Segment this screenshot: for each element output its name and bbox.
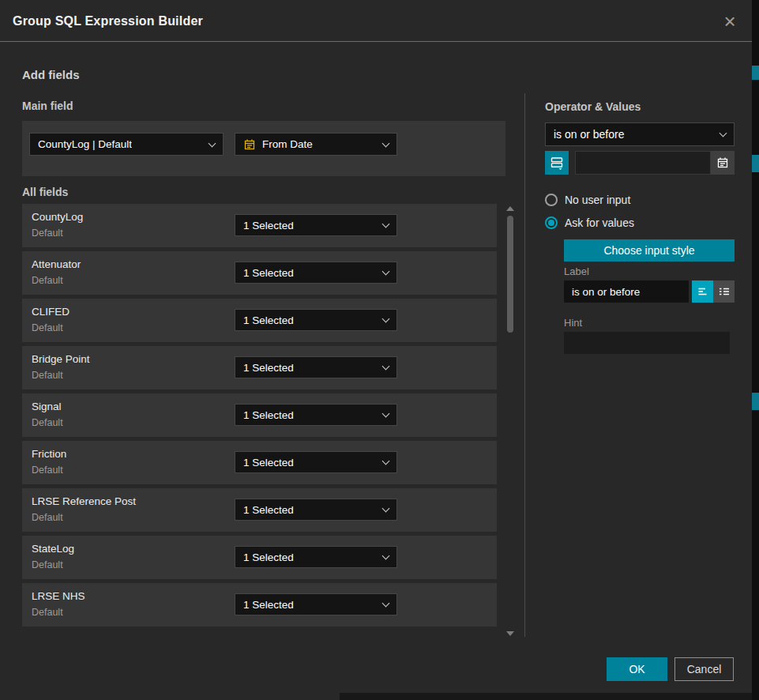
background-accent-fragment (752, 66, 759, 80)
choose-input-style-button[interactable]: Choose input style (564, 239, 735, 262)
field-row: LRSE NHS Default 1 Selected (22, 583, 497, 627)
chevron-down-icon (209, 139, 216, 147)
field-name: CountyLog (32, 211, 83, 223)
field-values-select[interactable]: 1 Selected (235, 451, 397, 473)
multi-value-toggle-button[interactable] (713, 280, 735, 303)
field-name: Attenuator (32, 258, 81, 270)
panel-divider (524, 93, 525, 637)
field-values-select[interactable]: 1 Selected (235, 546, 397, 568)
select-value: 1 Selected (243, 267, 294, 279)
field-row: Attenuator Default 1 Selected (22, 251, 497, 295)
field-type: Default (32, 559, 63, 570)
field-row: CLIFED Default 1 Selected (22, 299, 497, 342)
field-type: Default (32, 275, 63, 286)
screen: Group SQL Expression Builder × Add field… (0, 0, 759, 700)
chevron-down-icon (382, 268, 390, 276)
hint-input[interactable] (564, 332, 730, 354)
radio-ask-for-values[interactable]: Ask for values (545, 216, 634, 229)
chevron-down-icon (382, 410, 390, 418)
select-value: 1 Selected (243, 504, 294, 516)
all-fields-heading: All fields (22, 186, 68, 198)
field-row: CountyLog Default 1 Selected (22, 204, 497, 247)
calendar-icon (243, 138, 256, 151)
group-sql-expression-builder-dialog: Group SQL Expression Builder × Add field… (0, 0, 752, 700)
radio-no-user-input[interactable]: No user input (545, 194, 630, 206)
scrollbar-down-arrow-icon[interactable] (506, 631, 514, 636)
select-value: 1 Selected (243, 220, 294, 231)
field-values-select[interactable]: 1 Selected (235, 593, 397, 615)
field-name: CLIFED (32, 306, 70, 318)
date-picker-button[interactable] (711, 151, 735, 175)
main-field-field-select[interactable]: From Date (235, 133, 397, 156)
value-input-type-button[interactable] (545, 151, 569, 175)
add-fields-heading: Add fields (22, 68, 80, 81)
operator-values-heading: Operator & Values (545, 100, 641, 113)
field-values-select[interactable]: 1 Selected (235, 262, 397, 284)
hint-caption: Hint (564, 317, 582, 329)
main-field-source-select[interactable]: CountyLog | Default (29, 133, 224, 156)
cancel-button[interactable]: Cancel (674, 657, 734, 681)
background-accent-fragment (752, 155, 759, 172)
input-style-icon (550, 156, 564, 170)
scrollbar-thumb[interactable] (507, 216, 513, 333)
background-app-strip (752, 0, 759, 700)
radio-label: No user input (565, 194, 630, 206)
field-type: Default (32, 607, 63, 618)
radio-unselected-icon (545, 194, 558, 206)
radio-selected-icon (545, 216, 558, 229)
radio-label: Ask for values (565, 216, 634, 229)
calendar-icon (716, 156, 729, 169)
date-value-input[interactable] (575, 151, 711, 175)
bulleted-list-icon (718, 285, 731, 298)
field-row: Signal Default 1 Selected (22, 393, 497, 437)
align-left-icon (697, 285, 709, 298)
label-caption: Label (564, 265, 589, 277)
field-values-select[interactable]: 1 Selected (235, 356, 397, 378)
scrollbar-up-arrow-icon[interactable] (506, 206, 514, 211)
field-type: Default (32, 228, 63, 239)
chevron-down-icon (382, 600, 390, 608)
select-value: 1 Selected (243, 314, 294, 326)
field-values-select[interactable]: 1 Selected (235, 499, 397, 521)
field-values-select[interactable]: 1 Selected (235, 309, 397, 331)
chevron-down-icon (382, 363, 390, 371)
ok-button[interactable]: OK (607, 657, 667, 681)
select-value: 1 Selected (243, 599, 294, 611)
select-value: 1 Selected (243, 457, 294, 469)
close-icon: × (723, 11, 735, 32)
dialog-titlebar: Group SQL Expression Builder × (0, 0, 752, 42)
field-values-select[interactable]: 1 Selected (235, 214, 397, 236)
field-name: Bridge Point (32, 353, 90, 365)
label-input[interactable] (564, 280, 689, 303)
field-name: LRSE Reference Post (32, 495, 136, 507)
field-name: LRSE NHS (32, 590, 85, 602)
all-fields-list: CountyLog Default 1 Selected Attenuator … (22, 204, 497, 627)
close-button[interactable]: × (712, 0, 747, 42)
label-style-toggle-group (692, 280, 735, 303)
field-type: Default (32, 465, 63, 476)
field-row: Bridge Point Default 1 Selected (22, 346, 497, 390)
dialog-title: Group SQL Expression Builder (13, 0, 203, 42)
field-name: Friction (32, 448, 66, 460)
field-values-select[interactable]: 1 Selected (235, 404, 397, 426)
select-value: 1 Selected (243, 362, 294, 374)
chevron-down-icon (382, 220, 390, 228)
field-name: Signal (32, 401, 62, 412)
chevron-down-icon (382, 139, 390, 147)
field-type: Default (32, 417, 63, 428)
main-field-heading: Main field (22, 100, 73, 112)
chevron-down-icon (382, 552, 390, 560)
source-select-value: CountyLog | Default (38, 138, 132, 150)
field-row: LRSE Reference Post Default 1 Selected (22, 488, 497, 532)
field-name: StateLog (32, 543, 74, 555)
select-value: 1 Selected (243, 409, 294, 421)
chevron-down-icon (382, 315, 390, 323)
single-value-toggle-button[interactable] (692, 280, 713, 303)
field-row: Friction Default 1 Selected (22, 441, 497, 484)
field-type: Default (32, 322, 63, 333)
chevron-down-icon (382, 457, 390, 465)
chevron-down-icon (382, 505, 390, 513)
background-app-bottom (340, 693, 752, 700)
operator-select[interactable]: is on or before (545, 122, 735, 146)
main-field-band: CountyLog | Default From Date (22, 121, 505, 176)
